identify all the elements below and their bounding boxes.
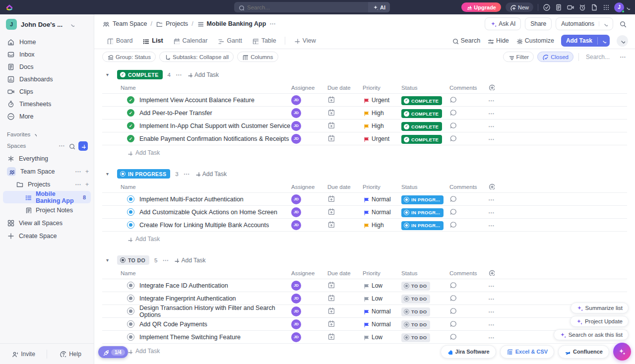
- task-name[interactable]: Implement Theme Switching Feature: [139, 334, 241, 341]
- toolbar-more-button[interactable]: ⋯: [620, 54, 626, 61]
- task-name[interactable]: Enable Payment Confirmation Notification…: [139, 135, 289, 142]
- column-comments[interactable]: Comments: [449, 184, 488, 190]
- assignee-avatar[interactable]: JD: [291, 220, 301, 230]
- task-status-icon[interactable]: ✓: [127, 333, 134, 341]
- breadcrumb-current-list[interactable]: Mobile Banking App: [207, 20, 266, 27]
- collapse-header-button[interactable]: [617, 35, 628, 47]
- hide-button[interactable]: Hide: [487, 37, 509, 44]
- list-search[interactable]: Search... ⋯: [584, 54, 628, 61]
- comment-icon[interactable]: [449, 195, 456, 202]
- column-priority[interactable]: Priority: [363, 85, 401, 91]
- calendar-plus-icon[interactable]: [327, 281, 334, 288]
- priority-flag-icon[interactable]: [363, 296, 369, 302]
- project-update-button[interactable]: Project Update: [570, 316, 629, 327]
- task-status-icon[interactable]: ✓: [127, 96, 134, 104]
- priority-flag-icon[interactable]: [363, 222, 369, 228]
- column-name[interactable]: Name: [121, 85, 291, 91]
- row-more-button[interactable]: ⋯: [488, 222, 495, 229]
- add-task-row[interactable]: Add Task: [102, 145, 627, 160]
- apps-grid-icon[interactable]: [602, 3, 610, 11]
- sidebar-item-projects[interactable]: Projects ⋯+: [0, 178, 94, 190]
- status-badge[interactable]: ✓ IN PROGR...: [401, 208, 444, 217]
- collapse-group-caret[interactable]: ▾: [106, 72, 112, 77]
- priority-flag-icon[interactable]: [363, 308, 369, 314]
- group-status-pill[interactable]: ✓ COMPLETE: [117, 70, 163, 79]
- check-circle-icon[interactable]: [543, 3, 550, 11]
- calendar-plus-icon[interactable]: [327, 121, 334, 128]
- comment-icon[interactable]: [449, 109, 456, 116]
- add-column-button[interactable]: [488, 269, 508, 277]
- calendar-plus-icon[interactable]: [327, 195, 334, 202]
- alarm-icon[interactable]: [578, 3, 586, 11]
- assignee-avatar[interactable]: JD: [291, 194, 301, 204]
- collapse-group-caret[interactable]: ▾: [106, 257, 112, 263]
- sidebar-item-mobile-banking-app[interactable]: Mobile Banking App 8: [3, 191, 91, 203]
- new-button[interactable]: New: [506, 2, 533, 12]
- calendar-plus-icon[interactable]: [327, 320, 334, 327]
- assignee-avatar[interactable]: JD: [291, 95, 301, 105]
- tab-calendar[interactable]: Calendar: [169, 33, 212, 49]
- priority-flag-icon[interactable]: [363, 123, 369, 129]
- user-menu[interactable]: J: [614, 2, 630, 12]
- priority-flag-icon[interactable]: [363, 97, 369, 103]
- group-more-button[interactable]: ⋯: [184, 171, 190, 178]
- priority-flag-icon[interactable]: [363, 321, 369, 327]
- comment-icon[interactable]: [449, 333, 456, 340]
- row-more-button[interactable]: ⋯: [488, 283, 495, 290]
- group-add-task-button[interactable]: Add Task: [187, 71, 219, 78]
- sidebar-item-docs[interactable]: Docs: [0, 61, 94, 73]
- assignee-avatar[interactable]: JD: [291, 108, 301, 118]
- comment-icon[interactable]: [449, 96, 456, 103]
- task-status-icon[interactable]: ✓: [127, 122, 134, 129]
- task-status-icon[interactable]: ✓: [127, 135, 134, 142]
- columns-chip[interactable]: Columns: [237, 52, 278, 62]
- table-row[interactable]: ✓ Implement Theme Switching Feature JD L…: [102, 331, 627, 344]
- column-assignee[interactable]: Assignee: [291, 184, 327, 190]
- task-name[interactable]: Implement Multi-Factor Authentication: [139, 196, 244, 203]
- table-row[interactable]: ✓ Add QR Code Payments JD Normal ✓ TO DO…: [102, 318, 627, 331]
- tab-gantt[interactable]: Gantt: [213, 33, 247, 49]
- task-status-icon[interactable]: ✓: [127, 221, 134, 229]
- team-space-add-button[interactable]: +: [85, 168, 89, 175]
- status-badge[interactable]: ✓ IN PROGR...: [401, 221, 444, 230]
- comment-icon[interactable]: [449, 121, 456, 128]
- add-task-dropdown[interactable]: [597, 37, 610, 45]
- task-name[interactable]: Add Customizable Quick Actions on Home S…: [139, 209, 277, 216]
- calendar-plus-icon[interactable]: [327, 221, 334, 228]
- closed-chip[interactable]: Closed: [537, 52, 573, 62]
- customize-button[interactable]: Customize: [516, 37, 554, 44]
- task-status-icon[interactable]: ✓: [127, 320, 134, 328]
- task-status-icon[interactable]: ✓: [127, 109, 134, 117]
- add-task-row[interactable]: Add Task: [102, 232, 627, 246]
- assignee-avatar[interactable]: JD: [291, 281, 301, 291]
- share-button[interactable]: Share: [525, 17, 552, 30]
- calendar-plus-icon[interactable]: [327, 307, 334, 314]
- ai-assistant-button[interactable]: [613, 343, 631, 361]
- task-name[interactable]: Create Flow for Linking Multiple Bank Ac…: [139, 222, 269, 229]
- task-status-icon[interactable]: ✓: [127, 307, 134, 315]
- task-name[interactable]: Integrate Face ID Authentication: [139, 282, 228, 289]
- task-name[interactable]: Integrate Fingerprint Authentication: [139, 295, 236, 302]
- task-name[interactable]: Implement In-App Chat Support with Custo…: [139, 122, 290, 129]
- status-badge[interactable]: ✓ COMPLETE: [401, 122, 442, 131]
- table-row[interactable]: ✓ Add Customizable Quick Actions on Home…: [102, 206, 627, 219]
- task-status-icon[interactable]: ✓: [127, 282, 134, 289]
- status-badge[interactable]: ✓ TO DO: [401, 282, 430, 291]
- global-search[interactable]: AI: [234, 2, 390, 12]
- status-badge[interactable]: ✓ TO DO: [401, 307, 430, 316]
- invite-button[interactable]: Invite: [0, 344, 47, 364]
- clickup-logo-icon[interactable]: [5, 3, 14, 12]
- tab-list[interactable]: List: [138, 33, 167, 49]
- filter-chip[interactable]: Filter: [503, 52, 534, 62]
- sidebar-item-clips[interactable]: Clips: [0, 85, 94, 98]
- global-search-input[interactable]: [247, 4, 365, 10]
- assignee-avatar[interactable]: JD: [291, 121, 301, 131]
- calendar-plus-icon[interactable]: [327, 96, 334, 103]
- comment-icon[interactable]: [449, 134, 456, 141]
- doc-icon[interactable]: [590, 3, 598, 11]
- collapse-group-caret[interactable]: ▾: [106, 171, 112, 177]
- task-status-icon[interactable]: ✓: [127, 208, 134, 216]
- excel-csv-button[interactable]: Excel & CSV: [500, 345, 554, 359]
- priority-flag-icon[interactable]: [363, 334, 369, 340]
- workspace-switcher[interactable]: J John Doe's ...: [0, 14, 94, 34]
